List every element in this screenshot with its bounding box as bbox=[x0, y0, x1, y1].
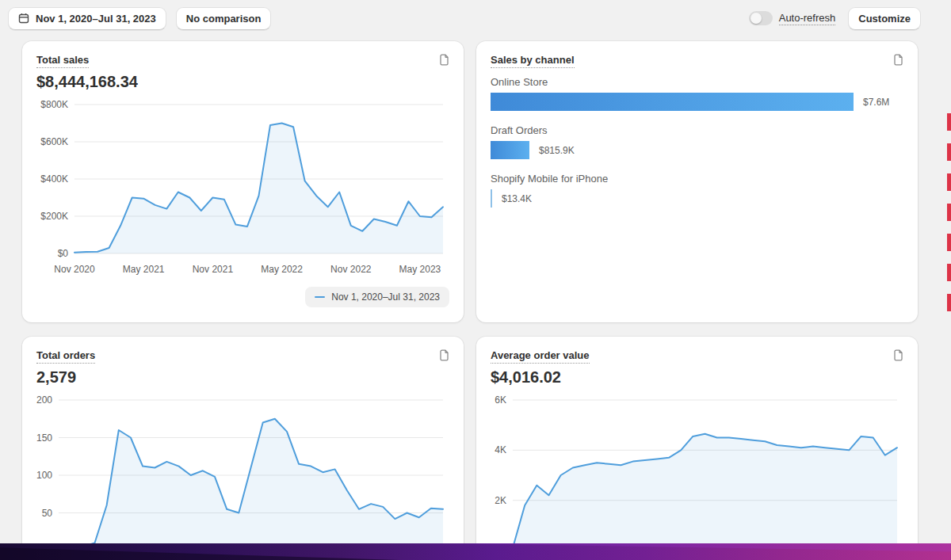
date-range-label: Nov 1, 2020–Jul 31, 2023 bbox=[36, 13, 156, 25]
channel-bar bbox=[491, 189, 492, 208]
channel-value: $7.6M bbox=[863, 97, 889, 108]
svg-text:$800K: $800K bbox=[40, 99, 68, 110]
total-orders-chart: 20015010050 bbox=[36, 392, 449, 560]
calendar-icon bbox=[18, 13, 29, 24]
desktop-wallpaper-strip bbox=[0, 543, 951, 560]
total-sales-header: Total sales bbox=[36, 54, 449, 68]
total-sales-card: Total sales $8,444,168.34 $800K$600K$400… bbox=[22, 41, 464, 322]
legend-line-icon bbox=[315, 296, 325, 298]
legend-pill[interactable]: Nov 1, 2020–Jul 31, 2023 bbox=[305, 287, 449, 307]
average-order-value-title[interactable]: Average order value bbox=[491, 349, 590, 364]
svg-text:$0: $0 bbox=[58, 248, 69, 259]
auto-refresh-toggle[interactable] bbox=[749, 11, 773, 25]
channel-list: Online Store $7.6M Draft Orders $815.9K … bbox=[491, 76, 903, 208]
average-order-value-value: $4,016.02 bbox=[491, 368, 903, 387]
total-sales-chart: $800K$600K$400K$200K$0Nov 2020May 2021No… bbox=[36, 97, 449, 280]
svg-text:May 2021: May 2021 bbox=[123, 264, 165, 275]
comparison-label: No comparison bbox=[186, 13, 262, 25]
svg-text:$400K: $400K bbox=[40, 173, 68, 185]
channel-value: $13.4K bbox=[502, 193, 532, 204]
report-icon[interactable] bbox=[439, 349, 449, 361]
svg-text:100: 100 bbox=[36, 470, 52, 481]
dashboard-grid: Total sales $8,444,168.34 $800K$600K$400… bbox=[22, 41, 918, 560]
topbar: Nov 1, 2020–Jul 31, 2023 No comparison A… bbox=[0, 0, 951, 36]
channel-label: Shopify Mobile for iPhone bbox=[491, 173, 903, 185]
average-order-value-card: Average order value $4,016.02 6K4K2K bbox=[476, 337, 918, 560]
scrollbar-marker bbox=[947, 173, 951, 191]
channel-bar-row: $815.9K bbox=[491, 141, 903, 159]
total-orders-title[interactable]: Total orders bbox=[36, 349, 95, 364]
legend-label: Nov 1, 2020–Jul 31, 2023 bbox=[331, 291, 440, 303]
scrollbar-marker bbox=[947, 204, 951, 221]
auto-refresh-label[interactable]: Auto-refresh bbox=[779, 12, 836, 25]
average-order-value-chart: 6K4K2K bbox=[491, 392, 903, 560]
sales-by-channel-card: Sales by channel Online Store $7.6M Draf… bbox=[476, 41, 918, 322]
total-sales-title[interactable]: Total sales bbox=[36, 54, 89, 68]
scrollbar-marker bbox=[947, 264, 951, 281]
svg-text:Nov 2021: Nov 2021 bbox=[193, 264, 234, 275]
total-orders-card: Total orders 2,579 20015010050 bbox=[22, 337, 464, 560]
total-orders-value: 2,579 bbox=[36, 368, 449, 387]
sales-by-channel-title[interactable]: Sales by channel bbox=[491, 54, 575, 68]
comparison-button[interactable]: No comparison bbox=[176, 7, 272, 30]
auto-refresh-control: Auto-refresh bbox=[749, 11, 836, 25]
svg-text:6K: 6K bbox=[495, 394, 506, 406]
svg-text:May 2022: May 2022 bbox=[261, 264, 303, 275]
svg-text:2K: 2K bbox=[495, 495, 506, 506]
svg-text:May 2023: May 2023 bbox=[399, 264, 441, 275]
analytics-dashboard: { "topbar": { "date_range_label": "Nov 1… bbox=[0, 0, 951, 560]
report-icon[interactable] bbox=[893, 349, 903, 361]
channel-label: Online Store bbox=[491, 76, 903, 88]
scrollbar-marker bbox=[947, 294, 951, 311]
date-range-button[interactable]: Nov 1, 2020–Jul 31, 2023 bbox=[8, 7, 166, 30]
channel-bar bbox=[491, 93, 854, 111]
toggle-knob-icon bbox=[750, 13, 762, 24]
total-sales-value: $8,444,168.34 bbox=[36, 73, 449, 92]
svg-text:$200K: $200K bbox=[40, 211, 68, 222]
average-order-value-header: Average order value bbox=[491, 349, 903, 364]
channel-label: Draft Orders bbox=[491, 124, 903, 136]
svg-text:150: 150 bbox=[36, 432, 52, 444]
scrollbar-marker bbox=[947, 234, 951, 251]
scrollbar-marker bbox=[947, 113, 951, 131]
channel-row: Draft Orders $815.9K bbox=[491, 124, 903, 159]
sales-by-channel-header: Sales by channel bbox=[491, 54, 903, 68]
svg-text:200: 200 bbox=[36, 394, 52, 406]
total-sales-legend-row: Nov 1, 2020–Jul 31, 2023 bbox=[36, 287, 449, 307]
channel-row: Online Store $7.6M bbox=[491, 76, 903, 111]
channel-bar-row: $7.6M bbox=[491, 93, 903, 111]
svg-text:Nov 2022: Nov 2022 bbox=[330, 264, 372, 275]
channel-bar bbox=[491, 141, 529, 159]
svg-text:4K: 4K bbox=[495, 444, 506, 455]
svg-text:Nov 2020: Nov 2020 bbox=[54, 264, 95, 275]
svg-text:$600K: $600K bbox=[40, 136, 68, 147]
customize-button[interactable]: Customize bbox=[848, 7, 921, 30]
report-icon[interactable] bbox=[439, 54, 449, 66]
total-orders-header: Total orders bbox=[36, 349, 449, 364]
channel-row: Shopify Mobile for iPhone $13.4K bbox=[491, 173, 903, 208]
channel-bar-row: $13.4K bbox=[491, 189, 903, 208]
report-icon[interactable] bbox=[893, 54, 903, 66]
channel-value: $815.9K bbox=[539, 145, 575, 156]
svg-text:50: 50 bbox=[42, 508, 53, 519]
customize-label: Customize bbox=[858, 13, 911, 25]
scrollbar-marker bbox=[947, 143, 951, 161]
